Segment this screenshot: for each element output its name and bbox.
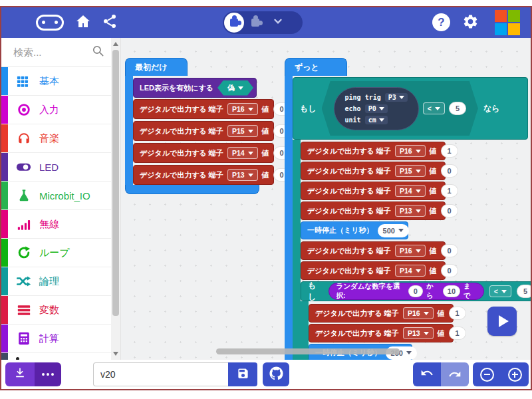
scroll-down-icon[interactable]: [113, 352, 118, 356]
sonar-pin-dropdown[interactable]: P3: [385, 93, 408, 102]
pin-dropdown[interactable]: P16: [403, 307, 434, 319]
sidebar-item-radio[interactable]: 無線: [1, 210, 111, 239]
on-start-spine[interactable]: [125, 76, 133, 186]
pin-dropdown[interactable]: P13: [395, 205, 426, 217]
save-button[interactable]: [228, 362, 257, 386]
sidebar-item-math[interactable]: 計算: [1, 325, 111, 353]
value-field[interactable]: 1: [441, 144, 458, 158]
blocks-workspace[interactable]: 最初だけ LED表示を有効にする 偽 デジタルで出力する 端子 P16 値 0 …: [121, 38, 531, 360]
microsoft-logo[interactable]: [495, 10, 520, 35]
sidebar-item-microbit-io[interactable]: Microbit_IO: [1, 182, 111, 210]
sidebar-item-input[interactable]: 入力: [1, 96, 111, 124]
value-field[interactable]: 1: [449, 307, 466, 320]
zoom-in-button[interactable]: [508, 368, 522, 382]
value-field[interactable]: 0: [441, 244, 458, 257]
github-button[interactable]: [263, 362, 289, 386]
dropdown-caret-icon: [399, 96, 404, 99]
compare-value-field[interactable]: 5: [449, 102, 466, 115]
redo-button[interactable]: [441, 362, 469, 386]
on-start-bottom[interactable]: [125, 185, 259, 194]
digital-write-block[interactable]: デジタルで出力する 端子 P14 値 1: [301, 182, 446, 200]
comparison-operator-dropdown[interactable]: <: [489, 285, 511, 297]
zoom-out-button[interactable]: [480, 368, 494, 382]
value-field[interactable]: 1: [449, 327, 466, 340]
share-button[interactable]: [101, 14, 118, 31]
project-name-input[interactable]: [93, 362, 228, 386]
sidebar-scroll-thumb[interactable]: [112, 50, 119, 316]
sonar-unit-dropdown[interactable]: cm: [365, 116, 388, 124]
pin-dropdown[interactable]: P14: [395, 265, 426, 277]
sonar-pin-dropdown[interactable]: P0: [365, 104, 388, 113]
digital-write-block[interactable]: デジタルで出力する 端子 P15 値 0: [133, 121, 274, 141]
value-field[interactable]: 0: [441, 164, 458, 178]
blocks-mode-button[interactable]: [224, 13, 244, 33]
pin-dropdown[interactable]: P16: [395, 145, 426, 157]
microbit-logo-icon[interactable]: [36, 15, 64, 31]
value-field[interactable]: 1: [441, 184, 458, 198]
download-options-button[interactable]: [35, 362, 61, 386]
sidebar-item-led[interactable]: LED: [1, 153, 111, 182]
digital-write-block[interactable]: デジタルで出力する 端子 P16 値 0: [301, 241, 446, 260]
digital-write-block[interactable]: デジタルで出力する 端子 P15 値 0: [301, 162, 446, 180]
pin-dropdown[interactable]: P14: [395, 185, 426, 197]
compare-value-field[interactable]: 5: [517, 285, 531, 298]
if-block[interactable]: もし ランダムな数字を選択: 0 から 10 まで < 5: [301, 281, 531, 301]
sidebar-item-variables[interactable]: 変数: [1, 296, 111, 325]
workspace-horizontal-scrollbar[interactable]: [216, 348, 400, 354]
digital-write-block[interactable]: デジタルで出力する 端子 P13 値 1: [309, 324, 454, 342]
forever-spine[interactable]: [285, 76, 293, 360]
pin-dropdown[interactable]: P15: [227, 125, 258, 137]
undo-button[interactable]: [413, 362, 441, 386]
scroll-up-icon[interactable]: [113, 42, 118, 46]
sidebar-item-loops[interactable]: ループ: [1, 239, 111, 267]
pin-dropdown[interactable]: P15: [395, 165, 426, 177]
condition-slot: ping trigP3 echoP0 unitcm < 5: [322, 81, 478, 136]
settings-button[interactable]: [462, 14, 479, 31]
digital-write-block[interactable]: デジタルで出力する 端子 P16 値 1: [309, 304, 454, 323]
pause-block[interactable]: 一時停止（ミリ秒） 500: [301, 221, 408, 239]
pin-dropdown[interactable]: P16: [227, 103, 258, 115]
operator-value: <: [428, 104, 432, 112]
sidebar-item-music[interactable]: 音楽: [1, 124, 111, 153]
boolean-dropdown[interactable]: 偽: [217, 80, 253, 96]
random-number-block[interactable]: ランダムな数字を選択: 0 から 10 まで: [329, 283, 483, 300]
led-enable-block[interactable]: LED表示を有効にする 偽: [133, 78, 257, 98]
gear-icon: [462, 13, 479, 33]
download-button[interactable]: [5, 362, 35, 386]
comparison-operator-dropdown[interactable]: <: [423, 102, 445, 114]
sidebar-item-advanced[interactable]: [1, 353, 111, 360]
pin-dropdown[interactable]: P14: [227, 147, 258, 159]
sonar-block[interactable]: ping trigP3 echoP0 unitcm: [334, 87, 419, 130]
on-start-block[interactable]: 最初だけ: [125, 58, 188, 76]
if-spine[interactable]: [293, 140, 301, 360]
digital-write-block[interactable]: デジタルで出力する 端子 P14 値 0: [301, 261, 446, 280]
home-button[interactable]: [74, 14, 92, 31]
run-simulator-button[interactable]: [487, 307, 517, 336]
value-field[interactable]: 0: [441, 204, 458, 217]
digital-write-block[interactable]: デジタルで出力する 端子 P16 値 1: [301, 142, 446, 160]
value-field[interactable]: 0: [441, 264, 458, 277]
sidebar-item-label: LED: [39, 162, 59, 173]
pause-duration-dropdown[interactable]: 500: [378, 224, 409, 237]
sonar-label: echo: [345, 105, 361, 112]
random-max-field[interactable]: 10: [443, 285, 460, 297]
category-color-strip: [1, 296, 8, 324]
pin-dropdown[interactable]: P13: [403, 327, 434, 339]
digital-write-block[interactable]: デジタルで出力する 端子 P13 値 0: [133, 165, 274, 185]
sidebar-item-basic[interactable]: 基本: [1, 67, 111, 96]
forever-block[interactable]: ずっと: [285, 58, 347, 76]
if-block[interactable]: もし ping trigP3 echoP0 unitcm < 5 なら: [293, 77, 528, 140]
digital-write-block[interactable]: デジタルで出力する 端子 P13 値 0: [301, 201, 446, 220]
pin-dropdown[interactable]: P16: [395, 245, 426, 257]
search-input[interactable]: [12, 46, 92, 59]
digital-write-block[interactable]: デジタルで出力する 端子 P14 値 0: [133, 143, 274, 163]
javascript-mode-button[interactable]: [244, 19, 267, 27]
sidebar-item-logic[interactable]: 論理: [1, 267, 111, 296]
sidebar-scrollbar[interactable]: [111, 38, 120, 360]
help-button[interactable]: ?: [432, 13, 450, 31]
category-color-strip: [1, 67, 8, 95]
digital-write-block[interactable]: デジタルで出力する 端子 P16 値 0: [133, 99, 274, 119]
pin-dropdown[interactable]: P13: [227, 169, 258, 181]
random-min-field[interactable]: 0: [408, 285, 423, 297]
mode-dropdown-button[interactable]: [267, 15, 289, 30]
